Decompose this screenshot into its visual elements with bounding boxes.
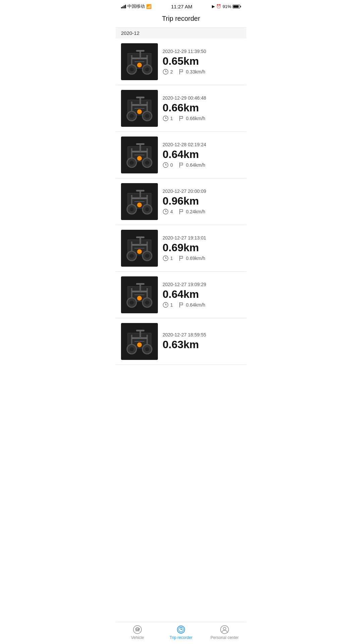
trip-duration: 4 [163,209,173,215]
trip-duration-value: 4 [170,209,173,214]
flag-icon [178,162,184,168]
signal-icon [121,5,126,8]
trip-item[interactable]: 2020-12-27 19:09:290.64km10.64km/h [116,272,246,318]
trip-speed-value: 0.33km/h [186,69,205,74]
trip-meta: 00.64km/h [163,162,241,168]
trip-distance: 0.65km [163,55,241,67]
clock-icon [163,255,169,261]
svg-point-66 [130,254,134,258]
trip-item[interactable]: 2020-12-28 02:19:240.64km00.64km/h [116,132,246,178]
trip-duration-value: 1 [170,302,173,308]
carrier-label: 中国移动 [127,3,145,9]
battery-percent: 91% [223,4,231,9]
alarm-icon: ⏰ [216,4,221,9]
svg-point-4 [145,67,149,71]
svg-point-18 [130,114,134,118]
trip-speed: 0.33km/h [178,69,205,75]
flag-icon [178,115,184,121]
trip-duration-value: 2 [170,69,173,74]
trip-duration-value: 1 [170,116,173,121]
svg-rect-25 [136,97,144,98]
trip-speed: 0.69km/h [178,255,205,261]
trip-thumbnail [121,137,158,173]
trip-list: 2020-12-29 11:39:500.65km20.33km/h2020-1… [116,39,246,365]
flag-icon [178,302,184,308]
location-icon: ▶ [212,4,215,9]
status-bar: 中国移动 📶 11:27 AM ▶ ⏰ 91% [116,0,246,11]
trip-meta: 40.24km/h [163,209,241,215]
trip-datetime: 2020-12-29 11:39:50 [163,49,241,54]
svg-rect-57 [136,190,144,192]
svg-point-20 [145,114,149,118]
trip-duration-value: 0 [170,162,173,168]
trip-info: 2020-12-27 20:00:090.96km40.24km/h [163,189,241,214]
trip-duration: 0 [163,162,173,168]
trip-duration: 1 [163,302,173,308]
trip-datetime: 2020-12-27 19:13:01 [163,235,241,240]
page-title: Trip recorder [116,11,246,28]
trip-datetime: 2020-12-28 02:19:24 [163,142,241,147]
clock-icon [163,302,169,308]
trip-duration: 1 [163,255,173,261]
clock-icon [163,69,169,75]
trip-datetime: 2020-12-29 00:46:48 [163,95,241,101]
trip-info: 2020-12-27 18:59:550.63km [163,332,241,351]
svg-point-10 [137,63,142,67]
trip-speed: 0.24km/h [178,209,205,215]
svg-rect-105 [136,330,144,331]
trip-datetime: 2020-12-27 20:00:09 [163,189,241,194]
trip-item[interactable]: 2020-12-29 11:39:500.65km20.33km/h [116,39,246,85]
svg-rect-73 [136,236,144,238]
svg-point-106 [137,342,142,347]
trip-meta: 10.64km/h [163,302,241,308]
svg-point-52 [145,207,149,211]
trip-info: 2020-12-29 11:39:500.65km20.33km/h [163,49,241,74]
trip-thumbnail [121,323,158,360]
trip-speed: 0.66km/h [178,115,205,121]
trip-info: 2020-12-28 02:19:240.64km00.64km/h [163,142,241,168]
trip-distance: 0.96km [163,195,241,207]
svg-point-50 [130,207,134,211]
trip-distance: 0.64km [163,288,241,300]
trip-item[interactable]: 2020-12-27 19:13:010.69km10.69km/h [116,225,246,272]
trip-thumbnail [121,183,158,220]
trip-datetime: 2020-12-27 19:09:29 [163,282,241,287]
flag-icon [178,69,184,75]
trip-distance: 0.64km [163,149,241,160]
trip-thumbnail [121,43,158,80]
trip-speed: 0.64km/h [178,302,205,308]
svg-point-68 [145,254,149,258]
section-header: 2020-12 [116,28,246,39]
clock-icon [163,209,169,215]
svg-point-58 [137,203,142,207]
status-left: 中国移动 📶 [121,3,152,9]
trip-distance: 0.66km [163,102,241,114]
clock-icon [163,115,169,121]
svg-rect-41 [136,143,144,145]
clock-display: 11:27 AM [171,4,192,9]
trip-duration-value: 1 [170,256,173,261]
trip-thumbnail [121,276,158,313]
svg-rect-89 [136,283,144,285]
trip-item[interactable]: 2020-12-27 20:00:090.96km40.24km/h [116,178,246,225]
trip-item[interactable]: 2020-12-27 18:59:550.63km [116,318,246,365]
trip-distance: 0.69km [163,242,241,254]
trip-info: 2020-12-27 19:13:010.69km10.69km/h [163,235,241,261]
svg-point-26 [137,109,142,114]
flag-icon [178,255,184,261]
clock-icon [163,162,169,168]
status-right: ▶ ⏰ 91% [212,4,241,9]
trip-speed-value: 0.69km/h [186,256,205,261]
trip-distance: 0.63km [163,339,241,351]
trip-datetime: 2020-12-27 18:59:55 [163,332,241,337]
trip-speed-value: 0.24km/h [186,209,205,214]
trip-thumbnail [121,90,158,127]
trip-thumbnail [121,230,158,267]
trip-item[interactable]: 2020-12-29 00:46:480.66km10.66km/h [116,85,246,132]
flag-icon [178,209,184,215]
trip-speed-value: 0.64km/h [186,302,205,308]
trip-speed-value: 0.66km/h [186,116,205,121]
svg-point-2 [130,67,134,71]
trip-meta: 10.69km/h [163,255,241,261]
battery-icon [233,5,241,8]
